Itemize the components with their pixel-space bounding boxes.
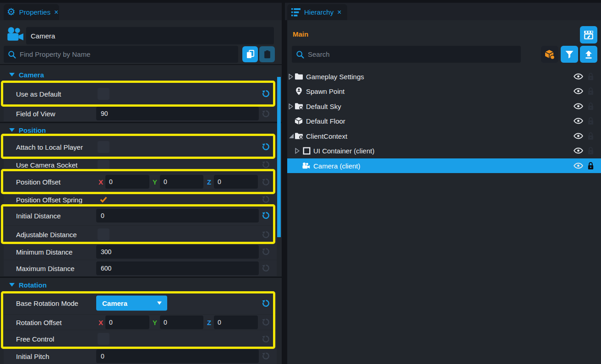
axis-z-label: Z [207,318,211,326]
maximum-distance-input[interactable] [96,261,259,275]
reset-icon[interactable] [260,298,271,309]
hierarchy-search-input[interactable] [308,50,517,58]
visibility-eye-icon[interactable] [574,103,583,110]
position-offset-z-input[interactable] [214,175,258,189]
close-icon[interactable]: × [54,8,58,16]
row-use-camera-socket: Use Camera Socket [4,159,277,170]
visibility-eye-icon[interactable] [574,147,583,154]
expander-collapsed-icon[interactable] [289,103,294,109]
section-rotation-title: Rotation [19,281,47,289]
lock-icon[interactable] [587,162,594,170]
visibility-eye-icon[interactable] [574,133,583,140]
reset-icon[interactable] [260,210,271,221]
reset-icon[interactable] [260,141,271,152]
row-free-control: Free Control [4,330,277,348]
initial-distance-input[interactable] [96,209,259,223]
lock-icon[interactable] [587,132,594,141]
tab-properties-label: Properties [19,8,50,16]
lock-icon[interactable] [587,72,594,81]
reset-icon[interactable] [260,351,271,362]
reset-icon[interactable] [260,317,271,328]
collapse-triangle-icon [9,283,15,287]
adjustable-distance-checkbox[interactable] [98,228,109,240]
base-rotation-mode-dropdown[interactable]: Camera [96,296,167,311]
tab-hierarchy-label: Hierarchy [304,8,333,16]
search-icon [8,50,16,59]
reset-icon[interactable] [260,246,271,257]
reset-icon[interactable] [260,108,271,119]
section-rotation[interactable]: Rotation [4,279,276,291]
reset-icon[interactable] [260,263,271,274]
expander-expanded-icon[interactable] [289,133,294,139]
expander-collapsed-icon[interactable] [295,148,300,153]
rotation-offset-z-input[interactable] [214,315,258,329]
row-initial-pitch: Initial Pitch [4,348,277,364]
row-position-offset-spring: Position Offset Spring [4,194,277,205]
row-adjustable-distance: Adjustable Distance [4,226,277,243]
folder-cube-icon [294,102,303,111]
tree-row-camera-client-selected[interactable]: Camera (client) [287,158,601,173]
hierarchy-searchbox [292,46,521,63]
chevron-down-icon [157,302,162,305]
lock-icon[interactable] [587,147,594,155]
field-of-view-input[interactable] [96,107,259,120]
attach-to-local-player-checkbox[interactable] [98,141,109,153]
collapse-triangle-icon [9,128,15,132]
tree-row-spawn-point[interactable]: Spawn Point [287,84,601,98]
object-name-input[interactable] [26,27,274,44]
use-camera-socket-checkbox[interactable] [98,160,109,170]
lock-icon[interactable] [587,87,594,96]
section-camera[interactable]: Camera [4,69,276,81]
tree-row-ui-container[interactable]: UI Container (client) [287,143,601,158]
lock-icon[interactable] [587,102,594,111]
axis-y-label: Y [153,318,157,326]
initial-pitch-input[interactable] [96,349,259,363]
reset-icon[interactable] [260,333,271,344]
search-icon [296,50,304,59]
visibility-eye-icon[interactable] [574,73,583,80]
close-icon[interactable]: × [337,8,341,16]
reset-icon[interactable] [260,159,271,170]
visibility-eye-icon[interactable] [574,163,583,169]
templates-filter-button[interactable] [541,46,558,63]
tree-row-default-sky[interactable]: Default Sky [287,99,601,114]
reset-icon[interactable] [260,88,271,99]
free-control-checkbox[interactable] [98,333,109,345]
position-offset-x-input[interactable] [105,175,149,189]
copy-properties-button[interactable] [242,46,258,62]
folder-icon [294,72,303,81]
use-as-default-checkbox[interactable] [98,88,109,100]
rotation-offset-y-input[interactable] [160,315,203,329]
position-offset-spring-checkbox[interactable] [98,194,109,206]
reset-icon[interactable] [260,176,271,187]
lock-icon[interactable] [587,117,594,125]
reset-icon[interactable] [260,229,271,240]
section-position[interactable]: Position [4,124,276,136]
property-search-input[interactable] [20,50,234,58]
tree-row-default-floor[interactable]: Default Floor [287,114,601,128]
properties-scrollbar-thumb[interactable] [277,77,281,237]
row-minimum-distance: Minimum Distance [4,244,277,260]
gear-icon: ⚙ [7,7,16,17]
reset-icon[interactable] [260,194,271,205]
expander-collapsed-icon[interactable] [289,74,294,79]
tree-row-clientcontext[interactable]: ClientContext [287,129,601,143]
tree-row-gameplay-settings[interactable]: Gameplay Settings [287,69,601,84]
clapperboard-rocket-icon [583,29,594,40]
export-button[interactable] [580,46,597,63]
filter-button[interactable] [561,46,578,63]
visibility-eye-icon[interactable] [574,88,583,95]
tab-properties[interactable]: ⚙ Properties × [4,4,59,20]
minimum-distance-input[interactable] [96,245,259,259]
paste-icon [263,50,271,59]
row-attach-to-local-player: Attach to Local Player [4,136,277,158]
rotation-offset-x-input[interactable] [105,315,149,329]
axis-x-label: X [98,318,103,326]
visibility-eye-icon[interactable] [574,118,583,125]
position-offset-y-input[interactable] [160,175,203,189]
tab-hierarchy[interactable]: Hierarchy × [287,4,347,20]
axis-y-label: Y [153,178,157,186]
cinematic-capture-button[interactable] [580,26,597,43]
paste-properties-button[interactable] [259,46,275,62]
property-searchbox [4,46,238,63]
